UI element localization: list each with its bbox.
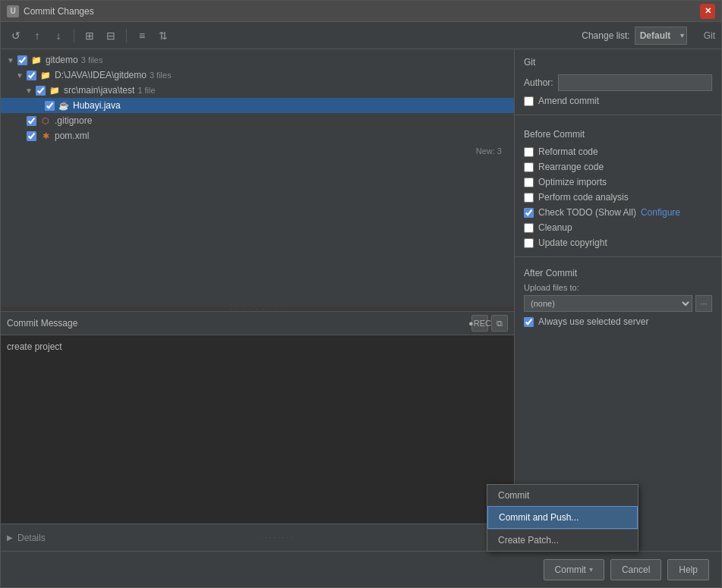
refresh-btn[interactable]: ↺: [7, 27, 25, 45]
java-icon-hubayi: ☕: [58, 99, 70, 112]
cleanup-row: Cleanup: [515, 220, 721, 235]
commit-textarea[interactable]: [1, 335, 514, 524]
divider-1: [515, 115, 721, 115]
check-hubayi[interactable]: [45, 101, 55, 111]
tree-item-path[interactable]: ▼ 📁 D:\JAVA\IDEA\gitdemo 3 files: [1, 68, 514, 83]
file-tree[interactable]: ▼ 📁 gitdemo 3 files ▼ 📁 D:\JAVA\IDEA\git…: [1, 49, 514, 307]
check-gitdemo[interactable]: [17, 55, 27, 65]
tree-item-gitdemo[interactable]: ▼ 📁 gitdemo 3 files: [1, 52, 514, 68]
check-src[interactable]: [36, 86, 46, 96]
commit-button-label: Commit: [555, 564, 586, 575]
side-diff-btn[interactable]: ⇅: [154, 27, 172, 45]
info-path: 3 files: [150, 71, 172, 80]
details-drag-dots: · · · · · · · ·: [261, 533, 293, 542]
folder-icon-src: 📁: [49, 84, 61, 96]
changelist-label: Change list:: [582, 30, 629, 41]
menu-item-create-patch[interactable]: Create Patch...: [487, 530, 638, 551]
diff-view-btn[interactable]: ≡: [133, 27, 151, 45]
optimize-label: Optimize imports: [538, 177, 607, 187]
check-pom[interactable]: [27, 131, 36, 141]
right-panel: Git Author: Amend commit Before Commit R…: [515, 49, 721, 551]
git-section-title: Git: [515, 49, 721, 72]
commit-dropdown-arrow: ▾: [589, 565, 593, 574]
todo-checkbox[interactable]: [524, 208, 534, 218]
details-label: Details: [17, 533, 46, 543]
menu-commit-label: Commit: [498, 490, 529, 501]
tree-item-gitignore[interactable]: ⬡ .gitignore: [1, 113, 514, 128]
analyze-checkbox[interactable]: [524, 193, 534, 203]
git-label: Git: [704, 30, 715, 41]
toolbar: ↺ ↑ ↓ ⊞ ⊟ ≡ ⇅ Change list: Default ▾ Git: [1, 22, 721, 49]
expand-src: ▼: [25, 86, 34, 95]
close-button[interactable]: ✕: [700, 4, 715, 19]
menu-create-patch-label: Create Patch...: [498, 535, 559, 546]
collapse-btn[interactable]: ⊟: [102, 27, 120, 45]
after-commit-section: After Commit Upload files to: (none) ···…: [515, 263, 721, 332]
commit-message-header: Commit Message ●REC ⧉: [1, 312, 514, 335]
changelist-area: Change list: Default ▾ Git: [582, 27, 715, 45]
copyright-row: Update copyright: [515, 235, 721, 250]
always-use-checkbox[interactable]: [524, 317, 534, 327]
git-icon-gitignore: ⬡: [39, 115, 52, 127]
copy-button[interactable]: ⧉: [491, 315, 508, 332]
upload-more-btn[interactable]: ···: [695, 295, 712, 312]
author-input[interactable]: [558, 74, 712, 91]
label-src: src\main\java\test: [64, 85, 134, 96]
rearrange-row: Rearrange code: [515, 159, 721, 175]
label-gitdemo: gitdemo: [46, 55, 78, 65]
app-icon: U: [7, 5, 19, 17]
left-panel: ▼ 📁 gitdemo 3 files ▼ 📁 D:\JAVA\IDEA\git…: [1, 49, 515, 551]
upload-select[interactable]: (none): [524, 295, 692, 312]
git-section: Git Author: Amend commit: [515, 49, 721, 108]
cancel-button[interactable]: Cancel: [610, 559, 661, 580]
menu-item-commit-push[interactable]: Commit and Push...: [487, 506, 638, 529]
title-bar: U Commit Changes ✕: [1, 1, 721, 22]
cleanup-checkbox[interactable]: [524, 223, 534, 233]
reformat-label: Reformat code: [538, 146, 598, 157]
always-use-row: Always use selected server: [524, 316, 712, 327]
folder-icon-gitdemo: 📁: [30, 54, 43, 66]
check-gitignore[interactable]: [27, 116, 36, 126]
commit-message-section: Commit Message ●REC ⧉: [1, 311, 514, 524]
commit-message-label: Commit Message: [7, 318, 471, 329]
check-path[interactable]: [27, 71, 36, 80]
rearrange-checkbox[interactable]: [524, 162, 534, 172]
amend-row: Amend commit: [515, 93, 721, 108]
changelist-wrapper: Default ▾: [635, 27, 687, 45]
copyright-checkbox[interactable]: [524, 238, 534, 248]
commit-message-actions: ●REC ⧉: [471, 315, 508, 332]
expand-btn[interactable]: ⊞: [80, 27, 99, 45]
new-count: New: 3: [476, 146, 508, 156]
main-content: ▼ 📁 gitdemo 3 files ▼ 📁 D:\JAVA\IDEA\git…: [1, 49, 721, 551]
changelist-select[interactable]: Default: [635, 27, 687, 45]
help-button[interactable]: Help: [667, 559, 709, 580]
menu-item-commit[interactable]: Commit: [487, 485, 638, 506]
tree-item-pom[interactable]: ✱ pom.xml: [1, 128, 514, 143]
move-down-btn[interactable]: ↓: [49, 27, 68, 45]
rec-button[interactable]: ●REC: [471, 315, 488, 332]
reformat-checkbox[interactable]: [524, 147, 534, 157]
move-up-btn[interactable]: ↑: [28, 27, 46, 45]
configure-link[interactable]: Configure: [641, 207, 680, 218]
expand-gitdemo: ▼: [7, 56, 16, 64]
after-commit-title: After Commit: [524, 268, 712, 278]
commit-button[interactable]: Commit ▾: [544, 559, 604, 580]
details-section: ▶ Details · · · · · · · ·: [1, 524, 514, 551]
window-title: Commit Changes: [24, 6, 700, 17]
commit-dropdown-menu: Commit Commit and Push... Create Patch..…: [487, 484, 638, 552]
amend-checkbox[interactable]: [524, 96, 534, 106]
commit-changes-window: U Commit Changes ✕ ↺ ↑ ↓ ⊞ ⊟ ≡ ⇅ Change …: [0, 0, 722, 588]
amend-label: Amend commit: [538, 96, 599, 106]
todo-label: Check TODO (Show All): [538, 207, 636, 218]
cleanup-label: Cleanup: [538, 222, 572, 233]
analyze-row: Perform code analysis: [515, 190, 721, 205]
author-label: Author:: [524, 77, 553, 88]
rearrange-label: Rearrange code: [538, 162, 604, 172]
tree-item-src[interactable]: ▼ 📁 src\main\java\test 1 file: [1, 83, 514, 98]
optimize-checkbox[interactable]: [524, 178, 534, 187]
bottom-bar: Commit ▾ Cancel Help: [1, 551, 721, 587]
upload-label: Upload files to:: [524, 283, 712, 292]
reformat-row: Reformat code: [515, 144, 721, 159]
tree-item-hubayi[interactable]: ☕ Hubayi.java: [1, 98, 514, 113]
always-use-label: Always use selected server: [538, 316, 648, 327]
